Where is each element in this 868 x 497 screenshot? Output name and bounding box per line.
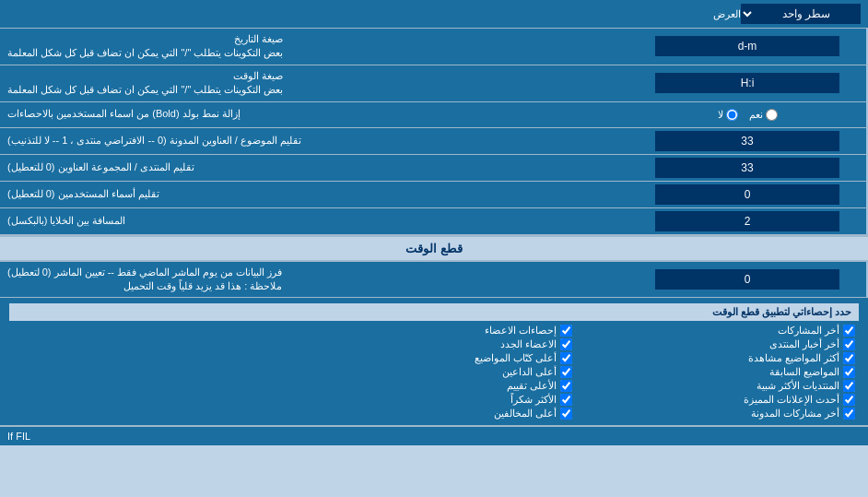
time-format-input[interactable] [655,73,839,93]
list-item: الأعلى تقييم [296,380,571,392]
cell-padding-input-wrap [628,208,868,234]
forum-news-label: أخر أخبار المنتدى [769,338,839,350]
forum-sort-input[interactable] [655,158,839,178]
top-rated-label: الأعلى تقييم [507,380,557,392]
list-item: أكثر المواضيع مشاهدة [580,352,855,364]
bold-remove-radio-wrap: نعم لا [628,102,868,127]
bold-radio-group: نعم لا [718,109,778,121]
recent-ads-label: أحدث الإعلانات المميزة [744,394,839,406]
main-container: سطر واحد العرض صيغة التاريخ بعض التكوينا… [0,0,868,445]
header-section: سطر واحد العرض [0,0,868,29]
forum-news-checkbox[interactable] [843,338,855,350]
list-item: أخر مشاركات المدونة [580,408,855,420]
cell-padding-label: المسافة بين الخلايا (بالبكسل) [0,208,628,234]
list-item: أعلى المخالفين [296,408,571,420]
list-item: المنتديات الأكثر شبية [580,380,855,392]
bold-yes-label[interactable]: نعم [749,109,778,121]
last-posts-label: أخر المشاركات [778,325,839,337]
forum-sort-row: تقليم المنتدى / المجموعة العناوين (0 للت… [0,155,868,182]
stats-grid: أخر المشاركات أخر أخبار المنتدى أكثر الم… [9,325,859,420]
top-rated-checkbox[interactable] [560,380,572,392]
user-sort-label: تقليم أسماء المستخدمين (0 للتعطيل) [0,182,628,207]
stats-col-1: أخر المشاركات أخر أخبار المنتدى أكثر الم… [576,325,859,420]
old-topics-checkbox[interactable] [843,366,855,378]
list-item: أحدث الإعلانات المميزة [580,394,855,406]
date-format-input-wrap [628,29,868,65]
bold-no-radio[interactable] [726,109,738,121]
bold-remove-label: إزالة نمط بولد (Bold) من اسماء المستخدمي… [0,102,628,127]
similar-forums-checkbox[interactable] [843,380,855,392]
list-item: المواضيع السابقة [580,366,855,378]
top-posters-checkbox[interactable] [560,352,572,364]
forum-sort-label: تقليم المنتدى / المجموعة العناوين (0 للت… [0,155,628,181]
bold-yes-radio[interactable] [766,109,778,121]
list-item: أعلى الداعين [296,366,571,378]
time-format-label: صيغة الوقت بعض التكوينات يتطلب "/" التي … [0,65,628,101]
top-lurkers-checkbox[interactable] [560,408,572,420]
last-shared-checkbox[interactable] [843,408,855,420]
time-format-row: صيغة الوقت بعض التكوينات يتطلب "/" التي … [0,65,868,102]
list-item: الاعضاء الجدد [296,338,571,350]
realtime-section-header: قطع الوقت [0,235,868,262]
stats-section: حدد إحصاءاتي لتطبيق قطع الوقت أخر المشار… [0,298,868,426]
cell-padding-input[interactable] [655,211,839,231]
list-item: أعلى كتّاب المواضيع [296,352,571,364]
list-item: أخر أخبار المنتدى [580,338,855,350]
header-label: العرض [7,8,741,20]
stats-col-3 [9,325,292,420]
top-online-checkbox[interactable] [560,366,572,378]
recent-ads-checkbox[interactable] [843,394,855,406]
member-stats-checkbox[interactable] [560,325,572,337]
topic-sort-label: تقليم الموضوع / العناوين المدونة (0 -- ا… [0,128,628,154]
forum-sort-input-wrap [628,155,868,181]
list-item: الأكثر شكراً [296,394,571,406]
cell-padding-row: المسافة بين الخلايا (بالبكسل) [0,208,868,235]
time-format-input-wrap [628,65,868,101]
realtime-row: فرز البيانات من يوم الماشر الماضي فقط --… [0,262,868,299]
user-sort-input-wrap [628,182,868,207]
most-viewed-label: أكثر المواضيع مشاهدة [748,352,839,364]
display-select-wrap: سطر واحد [741,4,861,24]
top-posters-label: أعلى كتّاب المواضيع [475,352,557,364]
top-lurkers-label: أعلى المخالفين [494,408,557,420]
top-online-label: أعلى الداعين [502,366,557,378]
date-format-input[interactable] [655,36,839,56]
last-shared-label: أخر مشاركات المدونة [751,408,839,420]
realtime-label: فرز البيانات من يوم الماشر الماضي فقط --… [0,262,628,298]
bold-no-label[interactable]: لا [718,109,738,121]
new-members-checkbox[interactable] [560,338,572,350]
date-format-row: صيغة التاريخ بعض التكوينات يتطلب "/" الت… [0,29,868,65]
topic-sort-input[interactable] [655,131,839,151]
realtime-input[interactable] [655,269,839,290]
member-stats-label: إحصاءات الاعضاء [485,325,557,337]
date-format-label: صيغة التاريخ بعض التكوينات يتطلب "/" الت… [0,29,628,65]
user-sort-input[interactable] [655,184,839,205]
stats-col-2: إحصاءات الاعضاء الاعضاء الجدد أعلى كتّاب… [292,325,575,420]
new-members-label: الاعضاء الجدد [500,338,557,350]
most-viewed-checkbox[interactable] [843,352,855,364]
footer-text: If FIL [7,431,30,442]
most-thanks-label: الأكثر شكراً [510,394,557,406]
topic-sort-input-wrap [628,128,868,154]
list-item: إحصاءات الاعضاء [296,325,571,337]
topic-sort-row: تقليم الموضوع / العناوين المدونة (0 -- ا… [0,128,868,155]
similar-forums-label: المنتديات الأكثر شبية [757,380,839,392]
bold-remove-row: نعم لا إزالة نمط بولد (Bold) من اسماء ال… [0,102,868,128]
stats-header: حدد إحصاءاتي لتطبيق قطع الوقت [9,303,859,321]
display-select[interactable]: سطر واحد [741,4,861,24]
user-sort-row: تقليم أسماء المستخدمين (0 للتعطيل) [0,182,868,208]
realtime-input-wrap [628,262,868,298]
footer-bar: If FIL [0,426,868,445]
most-thanks-checkbox[interactable] [560,394,572,406]
old-topics-label: المواضيع السابقة [769,366,839,378]
list-item: أخر المشاركات [580,325,855,337]
last-posts-checkbox[interactable] [843,325,855,337]
